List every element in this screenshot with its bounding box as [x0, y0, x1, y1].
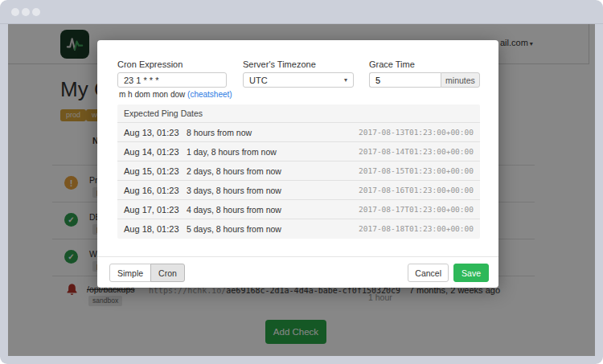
ping-date-row: Aug 16, 01:23 3 days, 8 hours from now 2…	[117, 180, 480, 199]
grace-time-label: Grace Time	[369, 59, 415, 69]
cron-format-hint: m h dom mon dow	[119, 90, 187, 99]
save-button[interactable]: Save	[453, 264, 489, 282]
window-control-icon[interactable]	[11, 8, 19, 16]
window-control-icon[interactable]	[22, 8, 30, 16]
cheatsheet-link[interactable]: (cheatsheet)	[187, 90, 232, 99]
cron-dialog: Cron Expression Server's Timezone Grace …	[97, 40, 498, 288]
ping-relative: 3 days, 8 hours from now	[187, 186, 281, 195]
grace-unit-addon: minutes	[441, 72, 480, 88]
ping-date: Aug 16, 01:23	[124, 186, 187, 195]
expected-ping-dates-title: Expected Ping Dates	[117, 104, 480, 122]
ping-date: Aug 18, 01:23	[124, 224, 187, 234]
schedule-mode-toggle: Simple Cron	[109, 264, 185, 282]
timezone-value: UTC	[249, 76, 268, 85]
window-control-icon[interactable]	[32, 8, 40, 16]
window-titlebar	[0, 0, 603, 24]
timezone-select[interactable]: UTC▾	[243, 72, 354, 88]
ping-date-row: Aug 14, 01:23 1 day, 8 hours from now 20…	[117, 141, 480, 161]
caret-down-icon: ▾	[344, 76, 347, 84]
ping-date: Aug 15, 01:23	[124, 166, 187, 176]
ping-date-row: Aug 17, 01:23 4 days, 8 hours from now 2…	[117, 199, 480, 219]
ping-iso: 2017-08-16T01:23:00+00:00	[359, 186, 474, 194]
ping-date: Aug 14, 01:23	[124, 147, 187, 157]
ping-relative: 1 day, 8 hours from now	[187, 147, 277, 157]
ping-date: Aug 13, 01:23	[124, 128, 187, 137]
cron-expression-label: Cron Expression	[117, 59, 183, 69]
ping-date: Aug 17, 01:23	[124, 205, 187, 215]
simple-mode-button[interactable]: Simple	[109, 264, 151, 282]
cancel-button[interactable]: Cancel	[408, 264, 449, 282]
ping-iso: 2017-08-15T01:23:00+00:00	[359, 166, 474, 175]
ping-iso: 2017-08-14T01:23:00+00:00	[359, 147, 474, 156]
grace-time-group: minutes	[369, 72, 480, 88]
browser-window: ail.com▾ My Checks prod workers Name ! P…	[0, 0, 603, 364]
dialog-footer: Simple Cron Cancel Save	[97, 256, 498, 288]
ping-iso: 2017-08-13T01:23:00+00:00	[359, 128, 474, 137]
ping-date-row: Aug 15, 01:23 2 days, 8 hours from now 2…	[117, 161, 480, 180]
grace-time-input[interactable]	[369, 72, 441, 88]
cron-expression-input[interactable]	[117, 72, 227, 88]
ping-relative: 8 hours from now	[187, 128, 252, 137]
cron-helper-text: m h dom mon dow (cheatsheet)	[119, 90, 232, 99]
ping-iso: 2017-08-17T01:23:00+00:00	[359, 205, 474, 214]
ping-dates-body: Aug 13, 01:23 8 hours from now 2017-08-1…	[117, 122, 480, 238]
cron-mode-button[interactable]: Cron	[150, 264, 185, 282]
ping-date-row: Aug 13, 01:23 8 hours from now 2017-08-1…	[117, 122, 480, 141]
ping-relative: 2 days, 8 hours from now	[187, 166, 281, 176]
ping-relative: 5 days, 8 hours from now	[187, 224, 281, 234]
timezone-label: Server's Timezone	[243, 59, 316, 69]
ping-date-row: Aug 18, 01:23 5 days, 8 hours from now 2…	[117, 219, 480, 238]
expected-ping-dates-panel: Expected Ping Dates Aug 13, 01:23 8 hour…	[117, 104, 480, 239]
ping-iso: 2017-08-18T01:23:00+00:00	[359, 224, 474, 233]
ping-relative: 4 days, 8 hours from now	[187, 205, 281, 215]
